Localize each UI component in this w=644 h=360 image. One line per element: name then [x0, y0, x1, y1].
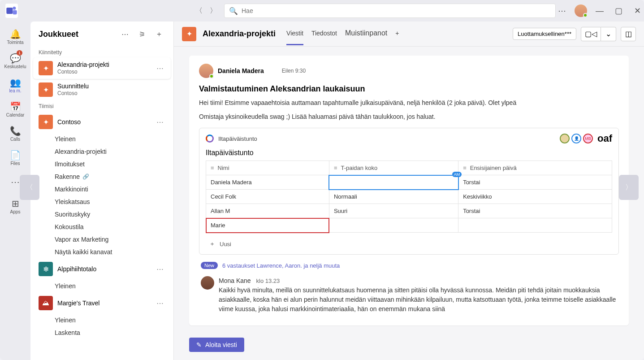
author-avatar[interactable]	[199, 64, 213, 78]
tab-messages[interactable]: Viestit	[286, 22, 303, 45]
start-post-button[interactable]: ✎ Aloita viesti	[189, 338, 244, 352]
cell-active[interactable]: Marie	[206, 218, 329, 233]
rail-badge: 1	[17, 50, 22, 56]
more-button[interactable]: ⋯	[556, 4, 568, 17]
channel-item[interactable]: Ilmoitukset	[30, 158, 173, 170]
tab-notes[interactable]: Muistiinpanot	[345, 22, 387, 46]
window-minimize-button[interactable]: —	[593, 4, 606, 17]
rail-activity[interactable]: 🔔Toiminta	[3, 25, 28, 48]
meet-dropdown[interactable]: ⌄	[601, 27, 616, 41]
cell[interactable]: Daniela Madera	[206, 175, 329, 190]
channel-item[interactable]: Kokoustila	[30, 221, 173, 233]
cell[interactable]: Suuri	[329, 204, 458, 218]
messages-scroll[interactable]: Daniela Madera Eilen 9:30 Valmistautumin…	[174, 47, 644, 360]
table-row[interactable]: Cecil Folk Normaali Keskiviikko	[206, 190, 612, 204]
reply: Mona Kane klo 13.23 Kaikki hyvä minulta,…	[199, 273, 619, 317]
channel-icon: ✦	[182, 27, 196, 41]
sensitivity-button[interactable]: Luottamuksellinen***	[513, 28, 576, 40]
titlebar: 〈 〉 🔍 ⋯ — ▢ ✕	[0, 0, 644, 22]
tab-add[interactable]: +	[395, 22, 399, 45]
table-row[interactable]: Marie	[206, 218, 612, 233]
channel-item[interactable]: Markkinointi	[30, 183, 173, 195]
team-org: Contoso	[57, 69, 150, 75]
loop-table[interactable]: Nimi T-paidan koko Ensisijainen päivä Da…	[206, 160, 612, 233]
channel-item[interactable]: Alexandria-projekti	[30, 145, 173, 158]
app-logo	[5, 4, 18, 18]
post: Daniela Madera Eilen 9:30 Valmistautumin…	[189, 56, 629, 325]
people-icon: 👥	[10, 78, 21, 87]
nav-forward-button[interactable]: 〉	[208, 5, 219, 16]
open-pane-button[interactable]: ◫	[621, 27, 636, 41]
reply-avatar[interactable]	[201, 276, 214, 290]
rail-calendar[interactable]: 📅Calendar	[3, 98, 28, 121]
channel-item[interactable]: Rakenne🔗	[30, 170, 173, 183]
rail-chat[interactable]: 💬1Keskustelu	[3, 49, 28, 73]
search-box[interactable]: 🔍	[224, 4, 556, 18]
filter-button[interactable]: ⚞	[136, 28, 148, 40]
cell[interactable]: Cecil Folk	[206, 190, 329, 204]
channel-item[interactable]: Yleinen	[30, 133, 173, 145]
tab-files[interactable]: Tiedostot	[311, 22, 337, 45]
compose-bar: ✎ Aloita viesti	[189, 338, 244, 352]
team-contoso[interactable]: ✦ Contoso ⋯	[33, 111, 171, 133]
cell-active[interactable]: AM	[329, 175, 458, 190]
more-icon: ⋯	[11, 177, 20, 187]
channel-content: ✦ Alexandria-projekti Viestit Tiedostot …	[174, 22, 644, 360]
rail-teams[interactable]: 👥lea m.	[3, 74, 28, 97]
create-team-button[interactable]: ＋	[153, 28, 165, 40]
carousel-next-button[interactable]: 〉	[619, 175, 639, 200]
rail-calls[interactable]: 📞Calls	[3, 122, 28, 145]
rail-files[interactable]: 📄Files	[3, 146, 28, 169]
channel-show-all[interactable]: Näytä kaikki kanavat	[30, 246, 173, 258]
cell[interactable]: Torstai	[458, 204, 612, 218]
team-name: Contoso	[57, 118, 150, 126]
nav-back-button[interactable]: 〈	[194, 5, 204, 16]
cell[interactable]: Normaali	[329, 190, 458, 204]
carousel-prev-button[interactable]: 〈	[20, 175, 39, 200]
collaborator-avatars: 👤 MB	[560, 134, 593, 143]
channel-item[interactable]: Vapor ax Marketing	[30, 233, 173, 246]
team-margies-travel[interactable]: ⛰ Margie's Travel ⋯	[33, 292, 171, 314]
channel-item[interactable]: Suorituskyky	[30, 208, 173, 221]
window-maximize-button[interactable]: ▢	[612, 4, 625, 17]
cell[interactable]	[458, 218, 612, 233]
window-close-button[interactable]: ✕	[631, 4, 644, 17]
channel-item[interactable]: Yleinen	[30, 280, 173, 292]
replies-link[interactable]: 6 vastaukset Lawrence, Aaron. ja neljä m…	[222, 262, 340, 269]
channel-item[interactable]: Laskenta	[30, 326, 173, 339]
post-author: Daniela Madera	[218, 67, 264, 74]
table-row[interactable]: Daniela Madera AM Torstai	[206, 175, 612, 190]
rail-label: lea m.	[9, 88, 21, 93]
col-header[interactable]: T-paidan koko	[329, 161, 458, 175]
loop-title: Iltapäiväistunto	[199, 149, 618, 160]
team-more-button[interactable]: ⋯	[155, 299, 165, 308]
team-more-button[interactable]: ⋯	[155, 64, 165, 73]
col-header[interactable]: Ensisijainen päivä	[458, 161, 612, 175]
pinned-team-alexandria[interactable]: ✦ Alexandria-projektiContoso ⋯	[33, 57, 171, 79]
cell[interactable]: Keskiviikko	[458, 190, 612, 204]
plus-icon: ＋	[209, 240, 215, 248]
chevron-down-icon: ⌄	[605, 30, 611, 38]
team-more-button[interactable]: ⋯	[155, 265, 165, 273]
sidebar-more-button[interactable]: ⋯	[119, 28, 131, 40]
channel-item[interactable]: Yleiskatsaus	[30, 195, 173, 208]
team-org: Contoso	[57, 90, 165, 96]
team-alppihiihtotalo[interactable]: ❄ Alppihiihtotalo ⋯	[33, 258, 171, 280]
meet-button[interactable]: ▢◁	[581, 27, 601, 41]
channel-item[interactable]: Yleinen	[30, 314, 173, 326]
col-header[interactable]: Nimi	[206, 161, 329, 175]
section-your-teams: Tiimisi	[30, 100, 173, 111]
add-row-button[interactable]: ＋Uusi	[199, 236, 618, 254]
team-more-button[interactable]: ⋯	[155, 118, 165, 126]
pinned-team-suunnittelu[interactable]: ✦ SuunnitteluContoso	[33, 79, 171, 100]
user-avatar[interactable]	[575, 4, 587, 17]
loop-component[interactable]: Iltapäiväistunto 👤 MB oaf Iltapäiväistun…	[199, 128, 619, 255]
replies-summary[interactable]: New 6 vastaukset Lawrence, Aaron. ja nel…	[199, 255, 619, 273]
cell[interactable]	[329, 218, 458, 233]
cell[interactable]: Torstai	[458, 175, 612, 190]
rail-label: Apps	[10, 209, 21, 214]
apps-icon: ⊞	[12, 199, 19, 208]
cell[interactable]: Allan M	[206, 204, 329, 218]
search-input[interactable]	[242, 7, 551, 14]
table-row[interactable]: Allan M Suuri Torstai	[206, 204, 612, 218]
